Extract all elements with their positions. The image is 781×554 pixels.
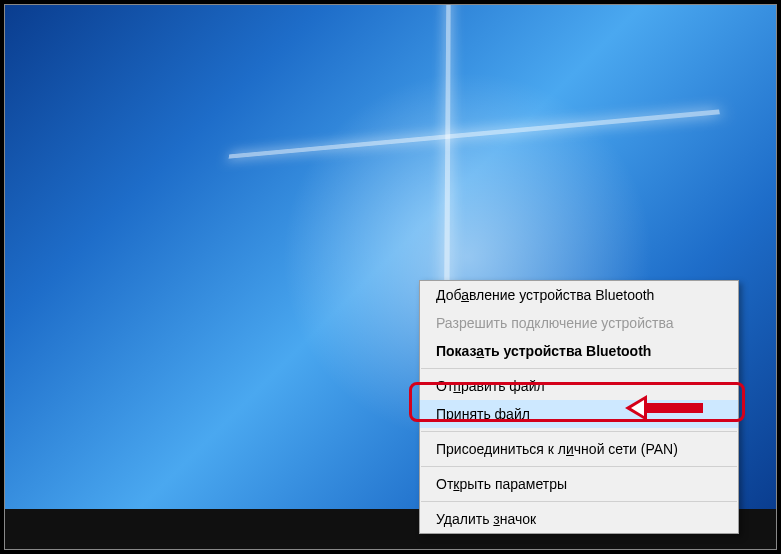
menu-separator [421,466,737,467]
menu-item[interactable]: Принять файл [420,400,738,428]
screenshot-frame: 20.06.2019 Добавление устройства Bluetoo… [4,4,777,550]
menu-separator [421,501,737,502]
menu-separator [421,368,737,369]
menu-item[interactable]: Открыть параметры [420,470,738,498]
menu-item[interactable]: Удалить значок [420,505,738,533]
menu-item: Разрешить подключение устройства [420,309,738,337]
menu-item[interactable]: Показать устройства Bluetooth [420,337,738,365]
menu-item[interactable]: Отправить файл [420,372,738,400]
menu-item[interactable]: Добавление устройства Bluetooth [420,281,738,309]
menu-item[interactable]: Присоединиться к личной сети (PAN) [420,435,738,463]
bluetooth-context-menu: Добавление устройства BluetoothРазрешить… [419,280,739,534]
menu-separator [421,431,737,432]
